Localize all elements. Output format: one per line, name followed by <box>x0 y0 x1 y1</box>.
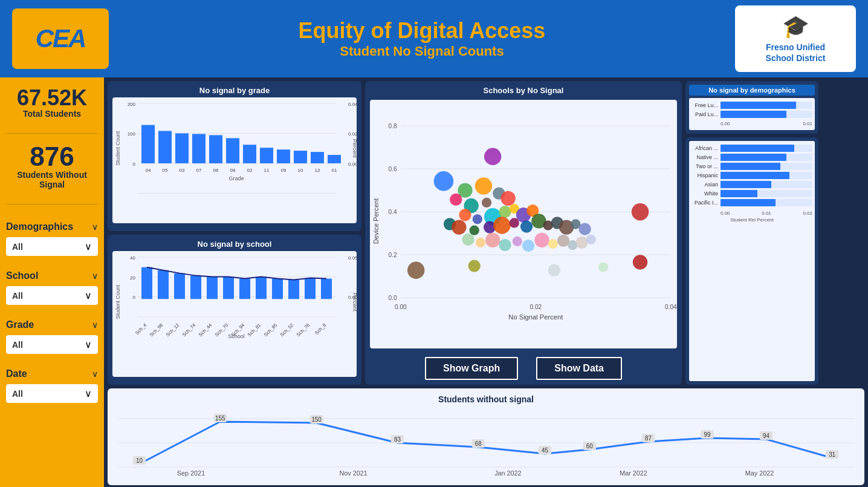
african-track <box>721 145 812 152</box>
svg-text:0: 0 <box>133 295 136 300</box>
svg-point-123 <box>534 233 549 247</box>
svg-rect-12 <box>141 125 155 163</box>
grade-chart-svg: 200 100 0 0.04 0.02 0.00 Student Count P… <box>112 97 357 223</box>
no-signal-label: Students Without Signal <box>6 170 98 189</box>
school-dropdown[interactable]: All ∨ <box>6 286 98 305</box>
svg-rect-19 <box>260 148 273 163</box>
svg-rect-50 <box>174 273 185 299</box>
svg-rect-15 <box>192 134 206 163</box>
svg-rect-23 <box>328 155 341 163</box>
demographics-label: Demographics <box>6 221 73 232</box>
grade-filter[interactable]: Grade ∨ All ∨ <box>6 317 98 354</box>
school-label: School <box>6 270 38 281</box>
svg-text:Nov 2021: Nov 2021 <box>339 469 367 477</box>
svg-rect-49 <box>158 270 169 299</box>
school-value: All <box>12 291 23 301</box>
svg-point-89 <box>434 171 454 191</box>
svg-point-116 <box>578 223 591 235</box>
pacific-label: Pacific I... <box>691 200 718 206</box>
svg-text:Grade: Grade <box>229 175 244 181</box>
grade-chart-title: No signal by grade <box>112 86 357 95</box>
native-bar: Native ... <box>691 154 812 161</box>
svg-rect-22 <box>311 152 324 163</box>
grade-filter-header[interactable]: Grade ∨ <box>6 317 98 333</box>
svg-point-94 <box>482 198 491 208</box>
svg-rect-20 <box>277 149 290 163</box>
school-filter-header[interactable]: School ∨ <box>6 268 98 284</box>
district-name: Fresno UnifiedSchool District <box>766 42 826 64</box>
grade-chart-panel: No signal by grade 200 100 0 <box>108 81 361 231</box>
svg-point-109 <box>510 218 519 227</box>
asian-bar: Asian <box>691 181 812 188</box>
svg-rect-48 <box>141 267 152 299</box>
date-label: Date <box>6 368 27 379</box>
svg-point-91 <box>475 177 492 194</box>
svg-text:03: 03 <box>180 168 185 173</box>
demo-bottom-x-0: 0.00 <box>721 211 730 216</box>
scatter-chart-inner: 0.8 0.6 0.4 0.2 0.0 0.00 0.02 0.04 Devic… <box>370 100 677 348</box>
svg-rect-53 <box>223 277 234 299</box>
svg-point-129 <box>632 203 649 220</box>
white-bar: White <box>691 190 812 197</box>
two-or-more-bar: Two or ... <box>691 163 812 170</box>
show-graph-button[interactable]: Show Graph <box>425 357 518 380</box>
svg-text:Student Count: Student Count <box>115 131 121 165</box>
svg-text:08: 08 <box>230 168 236 173</box>
hispanic-fill <box>721 172 789 179</box>
svg-text:0.02: 0.02 <box>530 304 542 310</box>
demographics-dropdown[interactable]: All ∨ <box>6 237 98 256</box>
school-chart-inner: 40 20 0 0.05 0.00 Student Count Percent <box>112 251 357 377</box>
svg-text:155: 155 <box>215 415 225 422</box>
grade-value: All <box>12 340 23 350</box>
demo-bottom-inner: African ... Native ... Two <box>689 141 815 381</box>
svg-point-98 <box>473 214 482 224</box>
svg-rect-17 <box>226 138 239 163</box>
svg-rect-16 <box>209 135 222 163</box>
svg-text:Sch_4: Sch_4 <box>134 322 148 336</box>
svg-point-120 <box>499 239 511 251</box>
native-fill <box>721 154 786 161</box>
svg-text:10: 10 <box>298 168 303 173</box>
demographics-column: No signal by demographics Free Lu... Pai… <box>685 81 818 385</box>
total-students-number: 67.52K <box>6 87 98 109</box>
demo-bottom-panel: African ... Native ... Two <box>685 137 818 385</box>
date-filter[interactable]: Date ∨ All ∨ <box>6 366 98 403</box>
date-filter-header[interactable]: Date ∨ <box>6 366 98 382</box>
district-logo: 🎓 Fresno UnifiedSchool District <box>735 5 856 72</box>
svg-text:Percent: Percent <box>352 139 357 158</box>
svg-text:No Signal Percent: No Signal Percent <box>508 313 563 321</box>
svg-text:31: 31 <box>829 451 835 458</box>
svg-rect-21 <box>294 151 307 163</box>
timeline-panel: Students without signal 10 155 150 83 <box>108 388 864 485</box>
demo-bottom-x-1: 0.01 <box>762 211 771 216</box>
grade-dropdown[interactable]: All ∨ <box>6 335 98 354</box>
hispanic-label: Hispanic <box>691 172 718 178</box>
school-filter[interactable]: School ∨ All ∨ <box>6 268 98 305</box>
svg-text:Sch_85: Sch_85 <box>263 322 279 338</box>
svg-text:Sch_76: Sch_76 <box>296 322 311 338</box>
svg-rect-51 <box>190 276 201 299</box>
student-rel-percent-label: Student Rel Percent <box>691 217 812 223</box>
demographics-filter[interactable]: Demographics ∨ All ∨ <box>6 219 98 256</box>
two-or-more-track <box>721 163 812 170</box>
demographics-filter-header[interactable]: Demographics ∨ <box>6 219 98 235</box>
demo-bottom-x-2: 0.02 <box>803 211 812 216</box>
native-track <box>721 154 812 161</box>
svg-text:0.4: 0.4 <box>389 209 397 215</box>
svg-text:150: 150 <box>311 416 322 423</box>
asian-track <box>721 181 812 188</box>
demographics-value: All <box>12 242 23 252</box>
paid-lunch-track <box>721 111 812 118</box>
free-lunch-track <box>721 102 812 109</box>
date-dropdown[interactable]: All ∨ <box>6 384 98 403</box>
svg-text:200: 200 <box>128 102 136 107</box>
school-chart-panel: No signal by school 40 20 0 0. <box>108 235 361 385</box>
svg-point-105 <box>452 220 466 234</box>
svg-text:Sep 2021: Sep 2021 <box>177 469 205 477</box>
svg-rect-54 <box>239 279 250 299</box>
paid-lunch-label: Paid Lu... <box>691 111 718 117</box>
svg-point-96 <box>500 191 515 206</box>
show-data-button[interactable]: Show Data <box>536 357 622 380</box>
svg-text:99: 99 <box>704 431 711 438</box>
svg-text:0.05: 0.05 <box>348 255 357 261</box>
